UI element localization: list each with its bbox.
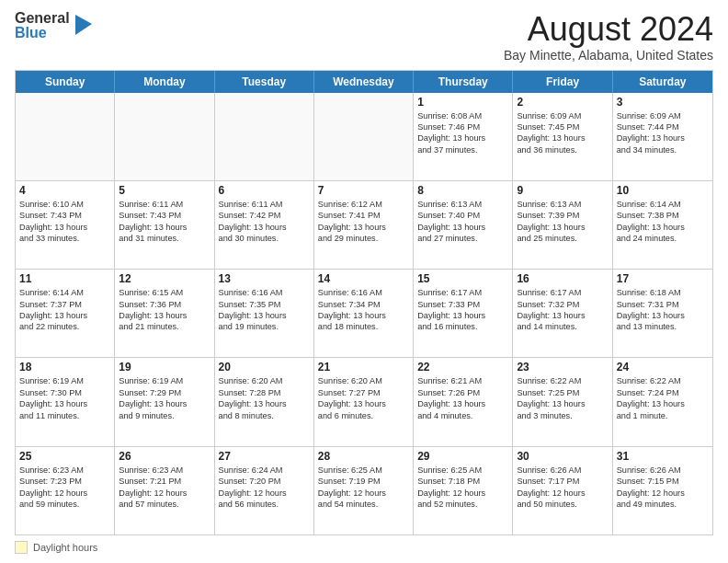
cal-cell: 30Sunrise: 6:26 AMSunset: 7:17 PMDayligh… bbox=[513, 447, 612, 534]
cal-cell: 12Sunrise: 6:15 AMSunset: 7:36 PMDayligh… bbox=[115, 270, 214, 357]
cell-line: Sunrise: 6:21 AM bbox=[417, 375, 508, 386]
cell-line: and 3 minutes. bbox=[517, 410, 608, 421]
cell-line: and 54 minutes. bbox=[318, 499, 409, 510]
cell-line: Sunrise: 6:14 AM bbox=[19, 287, 110, 298]
cell-line: Sunrise: 6:25 AM bbox=[417, 465, 508, 476]
cell-line: Sunrise: 6:13 AM bbox=[517, 199, 608, 210]
cell-line: Sunset: 7:27 PM bbox=[318, 387, 409, 398]
cell-line: Sunrise: 6:19 AM bbox=[19, 375, 110, 386]
day-number: 10 bbox=[617, 184, 709, 197]
cell-line: and 52 minutes. bbox=[417, 499, 508, 510]
cell-line: and 49 minutes. bbox=[617, 499, 709, 510]
cell-line: Sunrise: 6:16 AM bbox=[318, 287, 409, 298]
cell-line: Sunrise: 6:17 AM bbox=[517, 287, 608, 298]
cell-line: and 33 minutes. bbox=[19, 233, 110, 244]
cal-header-cell: Thursday bbox=[414, 71, 513, 93]
day-number: 5 bbox=[119, 184, 210, 197]
day-number: 14 bbox=[318, 272, 409, 285]
cell-line: and 11 minutes. bbox=[19, 410, 110, 421]
cell-line: and 24 minutes. bbox=[617, 233, 709, 244]
cell-line: Sunset: 7:44 PM bbox=[617, 121, 709, 132]
cell-line: Sunrise: 6:25 AM bbox=[318, 465, 409, 476]
day-number: 17 bbox=[617, 272, 709, 285]
cell-line: Sunset: 7:26 PM bbox=[417, 387, 508, 398]
cal-cell: 1Sunrise: 6:08 AMSunset: 7:46 PMDaylight… bbox=[414, 93, 513, 180]
cal-cell bbox=[314, 93, 414, 180]
cell-line: and 9 minutes. bbox=[119, 410, 210, 421]
cell-line: and 34 minutes. bbox=[617, 144, 709, 155]
cell-line: Sunrise: 6:18 AM bbox=[617, 287, 709, 298]
cell-line: Sunset: 7:25 PM bbox=[517, 387, 608, 398]
cell-line: Daylight: 13 hours bbox=[119, 310, 210, 321]
day-number: 26 bbox=[119, 450, 210, 463]
cell-line: Daylight: 13 hours bbox=[219, 398, 310, 409]
cal-row: 11Sunrise: 6:14 AMSunset: 7:37 PMDayligh… bbox=[16, 269, 712, 357]
cell-line: Sunset: 7:19 PM bbox=[318, 476, 409, 487]
cell-line: Sunrise: 6:13 AM bbox=[417, 199, 508, 210]
day-number: 28 bbox=[318, 450, 409, 463]
cell-line: Daylight: 13 hours bbox=[417, 398, 508, 409]
cell-line: Sunset: 7:46 PM bbox=[417, 121, 508, 132]
cell-line: Sunrise: 6:11 AM bbox=[119, 199, 210, 210]
cal-cell: 17Sunrise: 6:18 AMSunset: 7:31 PMDayligh… bbox=[613, 270, 712, 357]
logo-icon bbox=[75, 15, 92, 35]
cell-line: Sunset: 7:38 PM bbox=[617, 210, 709, 221]
cal-header-cell: Sunday bbox=[16, 71, 115, 93]
cell-line: Daylight: 13 hours bbox=[417, 310, 508, 321]
cell-line: Daylight: 12 hours bbox=[318, 488, 409, 499]
cell-line: Sunset: 7:42 PM bbox=[219, 210, 310, 221]
cell-line: and 57 minutes. bbox=[119, 499, 210, 510]
cell-line: and 27 minutes. bbox=[417, 233, 508, 244]
day-number: 13 bbox=[219, 272, 310, 285]
cell-line: Sunset: 7:21 PM bbox=[119, 476, 210, 487]
cell-line: Daylight: 13 hours bbox=[617, 310, 709, 321]
cell-line: Sunrise: 6:17 AM bbox=[417, 287, 508, 298]
cell-line: Daylight: 13 hours bbox=[517, 222, 608, 233]
cell-line: Sunset: 7:43 PM bbox=[19, 210, 110, 221]
cal-cell: 13Sunrise: 6:16 AMSunset: 7:35 PMDayligh… bbox=[215, 270, 314, 357]
day-number: 23 bbox=[517, 361, 608, 373]
cell-line: Daylight: 12 hours bbox=[517, 488, 608, 499]
cell-line: Daylight: 12 hours bbox=[617, 488, 709, 499]
cell-line: Sunrise: 6:14 AM bbox=[617, 199, 709, 210]
cell-line: Daylight: 13 hours bbox=[19, 222, 110, 233]
cell-line: Daylight: 13 hours bbox=[318, 310, 409, 321]
day-number: 19 bbox=[119, 361, 210, 373]
logo-text: General Blue bbox=[15, 11, 70, 40]
cal-cell: 21Sunrise: 6:20 AMSunset: 7:27 PMDayligh… bbox=[314, 358, 414, 445]
cell-line: Daylight: 13 hours bbox=[119, 222, 210, 233]
cal-cell bbox=[215, 93, 314, 180]
day-number: 6 bbox=[219, 184, 310, 197]
cal-cell: 31Sunrise: 6:26 AMSunset: 7:15 PMDayligh… bbox=[613, 447, 712, 534]
cell-line: Sunrise: 6:22 AM bbox=[517, 375, 608, 386]
day-number: 2 bbox=[517, 96, 608, 109]
day-number: 1 bbox=[417, 96, 508, 109]
cell-line: and 56 minutes. bbox=[219, 499, 310, 510]
cell-line: Sunset: 7:31 PM bbox=[617, 299, 709, 310]
cell-line: Sunrise: 6:23 AM bbox=[119, 465, 210, 476]
cell-line: and 30 minutes. bbox=[219, 233, 310, 244]
cal-cell: 15Sunrise: 6:17 AMSunset: 7:33 PMDayligh… bbox=[414, 270, 513, 357]
cell-line: and 37 minutes. bbox=[417, 144, 508, 155]
day-number: 22 bbox=[417, 361, 508, 373]
cell-line: and 25 minutes. bbox=[517, 233, 608, 244]
cal-cell bbox=[115, 93, 214, 180]
cell-line: Sunrise: 6:24 AM bbox=[219, 465, 310, 476]
cal-row: 4Sunrise: 6:10 AMSunset: 7:43 PMDaylight… bbox=[16, 180, 712, 269]
cal-header-cell: Saturday bbox=[613, 71, 712, 93]
daylight-box-icon bbox=[15, 541, 28, 554]
logo-blue: Blue bbox=[15, 26, 70, 40]
cell-line: Sunset: 7:43 PM bbox=[119, 210, 210, 221]
day-number: 31 bbox=[617, 450, 709, 463]
footer: Daylight hours bbox=[15, 541, 713, 554]
cell-line: and 4 minutes. bbox=[417, 410, 508, 421]
cell-line: Sunset: 7:40 PM bbox=[417, 210, 508, 221]
cal-cell: 25Sunrise: 6:23 AMSunset: 7:23 PMDayligh… bbox=[16, 447, 115, 534]
cal-cell: 7Sunrise: 6:12 AMSunset: 7:41 PMDaylight… bbox=[314, 181, 414, 269]
cal-cell: 4Sunrise: 6:10 AMSunset: 7:43 PMDaylight… bbox=[16, 181, 115, 269]
cal-cell: 2Sunrise: 6:09 AMSunset: 7:45 PMDaylight… bbox=[513, 93, 612, 180]
cell-line: and 14 minutes. bbox=[517, 321, 608, 332]
cell-line: and 22 minutes. bbox=[19, 321, 110, 332]
daylight-label: Daylight hours bbox=[33, 542, 97, 553]
cell-line: and 6 minutes. bbox=[318, 410, 409, 421]
